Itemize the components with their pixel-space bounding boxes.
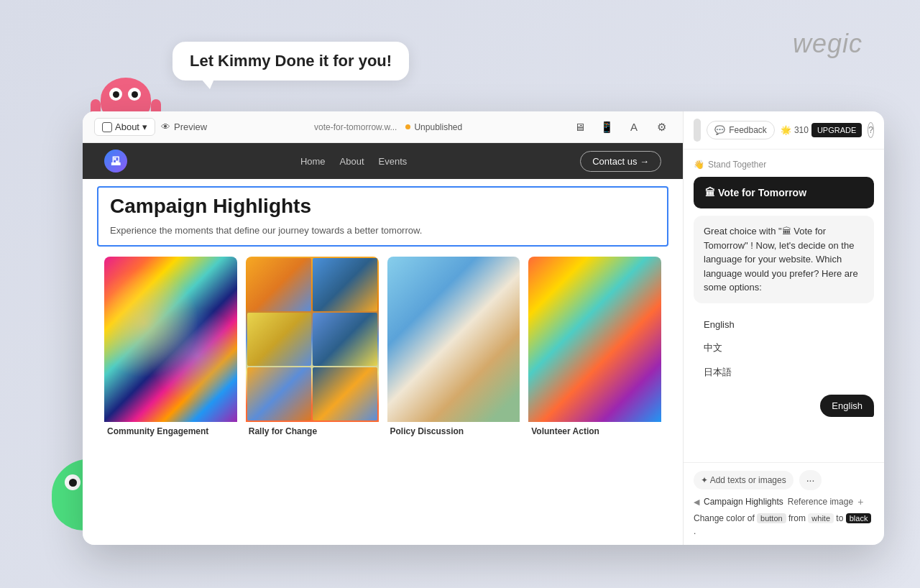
mobile-icon[interactable]: 📱 xyxy=(597,117,617,137)
policy-label: Policy Discussion xyxy=(387,426,520,436)
feedback-label: Feedback xyxy=(729,125,767,135)
chat-message: Great choice with "🏛 Vote for Tomorrow" … xyxy=(694,216,874,303)
speech-bubble: Let Kimmy Done it for you! xyxy=(172,42,409,81)
add-tag-button[interactable]: + xyxy=(857,496,863,507)
contact-button[interactable]: Contact us → xyxy=(580,151,661,172)
chat-panel: 💬 Feedback 🌟 310 UPGRADE ? 👋 Stand Toget… xyxy=(683,111,884,545)
campaign-title: Campaign Highlights xyxy=(110,195,656,218)
nav-events[interactable]: Events xyxy=(379,156,408,167)
feedback-icon: 💬 xyxy=(714,125,725,135)
footer-tags: ◀ Campaign Highlights Reference image + xyxy=(694,496,874,507)
add-media-button[interactable]: ✦ Add texts or images xyxy=(694,471,794,490)
chat-header: 💬 Feedback 🌟 310 UPGRADE ? xyxy=(684,111,884,150)
unpublished-badge: Unpublished xyxy=(405,122,462,132)
grid-item-volunteer: Volunteer Action xyxy=(528,257,661,458)
image-grid: Community Engagement Rally for Change xyxy=(83,249,683,465)
preview-button[interactable]: 👁 Preview xyxy=(161,121,207,132)
website-content: 🗳 Home About Events Contact us → Campaig… xyxy=(83,143,683,545)
star-icon: 🌟 xyxy=(781,125,791,135)
about-button[interactable]: About ▾ xyxy=(94,118,155,136)
site-logo: 🗳 xyxy=(104,150,127,173)
volunteer-image xyxy=(528,257,661,422)
status-dot xyxy=(405,124,410,129)
grid-item-community: Community Engagement xyxy=(104,257,237,458)
url-bar: vote-for-tomorrow.w... xyxy=(314,122,397,132)
lang-english[interactable]: English xyxy=(694,313,874,336)
chat-footer: ✦ Add texts or images ··· ◀ Campaign Hig… xyxy=(684,462,884,545)
ref-image-tag[interactable]: Reference image xyxy=(788,497,853,507)
nav-home[interactable]: Home xyxy=(300,156,326,167)
nav-links: Home About Events xyxy=(149,156,558,167)
campaign-tag[interactable]: Campaign Highlights xyxy=(704,497,783,507)
rally-label: Rally for Change xyxy=(246,426,379,436)
message-text: Great choice with "🏛 Vote for Tomorrow" … xyxy=(704,226,858,293)
hand-icon: 👋 xyxy=(694,160,704,170)
community-label: Community Engagement xyxy=(104,426,237,436)
campaign-header-selected: Campaign Highlights Experience the momen… xyxy=(97,186,668,247)
preview-panel: About ▾ 👁 Preview vote-for-tomorrow.w...… xyxy=(83,111,683,545)
text-icon[interactable]: A xyxy=(624,117,644,137)
community-image xyxy=(104,257,237,422)
grid-item-policy: Policy Discussion xyxy=(387,257,520,458)
wegic-logo: wegic xyxy=(793,29,862,59)
rally-image xyxy=(246,257,379,422)
about-chevron: ▾ xyxy=(142,121,147,132)
volunteer-label: Volunteer Action xyxy=(528,426,661,436)
about-label: About xyxy=(115,121,139,132)
chat-logo xyxy=(694,119,701,142)
feedback-button[interactable]: 💬 Feedback xyxy=(707,121,775,139)
toolbar-right: 🖥 📱 A ⚙ xyxy=(569,117,671,137)
chat-input-row: ✦ Add texts or images ··· xyxy=(694,470,874,490)
vote-card-label: 🏛 Vote for Tomorrow xyxy=(705,187,806,198)
site-nav: 🗳 Home About Events Contact us → xyxy=(83,143,683,179)
settings-icon[interactable]: ⚙ xyxy=(651,117,671,137)
url-text: vote-for-tomorrow.w... xyxy=(314,122,397,132)
about-icon xyxy=(102,122,112,132)
lang-japanese[interactable]: 日本語 xyxy=(694,360,874,385)
campaign-subtitle: Experience the moments that define our j… xyxy=(110,224,656,238)
toolbar-left: About ▾ 👁 Preview xyxy=(94,118,207,136)
preview-label: Preview xyxy=(174,121,207,132)
unpublished-label: Unpublished xyxy=(414,122,462,132)
help-button[interactable]: ? xyxy=(868,122,874,138)
policy-image xyxy=(387,257,520,422)
nav-about[interactable]: About xyxy=(340,156,364,167)
lang-options: English 中文 日本語 xyxy=(694,311,874,387)
desktop-icon[interactable]: 🖥 xyxy=(569,117,589,137)
lang-chinese[interactable]: 中文 xyxy=(694,336,874,360)
upgrade-button[interactable]: UPGRADE xyxy=(811,123,862,137)
points-value: 310 xyxy=(794,125,809,135)
tag-arrow: ◀ xyxy=(694,497,699,507)
toolbar: About ▾ 👁 Preview vote-for-tomorrow.w...… xyxy=(83,111,683,143)
eye-icon: 👁 xyxy=(161,121,170,132)
points-badge: 🌟 310 UPGRADE xyxy=(781,123,862,137)
more-button[interactable]: ··· xyxy=(799,470,822,490)
vote-card[interactable]: 🏛 Vote for Tomorrow xyxy=(694,177,874,208)
chat-instruction: Change color of button from white to bla… xyxy=(694,512,874,538)
grid-item-rally: Rally for Change xyxy=(246,257,379,458)
chat-body: 👋 Stand Together 🏛 Vote for Tomorrow Gre… xyxy=(684,150,884,462)
english-selected-bubble: English xyxy=(820,395,874,417)
stand-together-label: 👋 Stand Together xyxy=(694,160,874,170)
main-container: About ▾ 👁 Preview vote-for-tomorrow.w...… xyxy=(83,111,884,545)
toolbar-center: vote-for-tomorrow.w... Unpublished xyxy=(216,122,561,132)
